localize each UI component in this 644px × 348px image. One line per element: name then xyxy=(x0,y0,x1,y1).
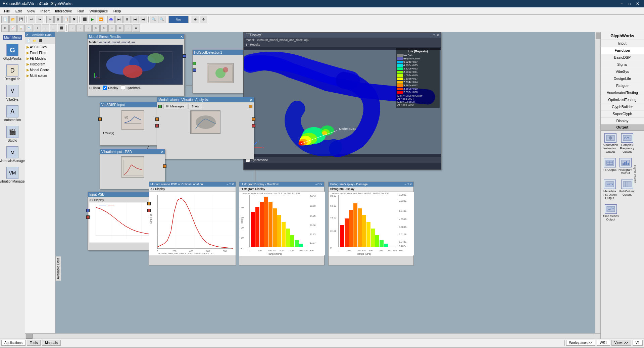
automation-output-item[interactable]: AutomationInstructionOutput xyxy=(602,132,619,155)
manuals-tab[interactable]: Manuals xyxy=(42,340,61,346)
data-folder-modal[interactable]: ▶ Modal Coore xyxy=(25,67,55,73)
palette-tab-input[interactable]: Input xyxy=(601,40,644,47)
hotspot-node[interactable]: HotSpotDetection1 ✕ xyxy=(192,50,248,93)
fe-controls[interactable]: − □ ✕ xyxy=(430,33,439,37)
tb2-5[interactable]: ↕ xyxy=(34,24,41,32)
undo-btn[interactable]: ↩ xyxy=(28,16,35,23)
h-scrollbar[interactable] xyxy=(25,333,600,339)
modal-stress-close[interactable]: ✕ xyxy=(180,35,183,39)
fe-max-btn[interactable]: □ xyxy=(433,33,435,37)
tb2-9[interactable]: → xyxy=(68,24,76,32)
available-data-tab[interactable]: Available Data xyxy=(55,256,61,281)
palette-tab-superglyph[interactable]: SuperGlyph xyxy=(601,110,644,117)
zoom-btn[interactable]: 🔍 xyxy=(150,16,157,23)
vibration-input-close[interactable]: ✕ xyxy=(161,150,163,154)
fe-display-node[interactable]: FEDisplay1 − □ ✕ Model: exhaust_model_mo… xyxy=(243,32,441,170)
v1-tab[interactable]: V1 xyxy=(633,340,643,346)
data-folder-fe[interactable]: ▶ FE Models xyxy=(25,56,55,61)
h-scroll-thumb[interactable] xyxy=(26,334,33,339)
views-btn[interactable]: Views >> xyxy=(611,340,631,346)
tb2-4[interactable]: 📉 xyxy=(26,24,33,32)
sidebar-designlife[interactable]: D DesignLife xyxy=(2,63,23,82)
tb2-13[interactable]: ⬡ xyxy=(100,24,108,32)
histogram-output-item[interactable]: HistogramOutput xyxy=(618,157,633,176)
tb2-7[interactable]: ⬜ xyxy=(50,24,57,32)
close-btn[interactable]: ✕ xyxy=(634,1,641,7)
display-checkbox[interactable] xyxy=(103,86,107,90)
modal-lalanne-close[interactable]: ✕ xyxy=(250,98,252,102)
hr-close[interactable]: ✕ xyxy=(320,183,323,186)
pause-btn[interactable]: ⏸ xyxy=(123,16,131,23)
new-btn[interactable]: 📄 xyxy=(1,16,9,23)
next-btn[interactable]: ⏭ xyxy=(132,16,139,23)
window-controls[interactable]: − □ ✕ xyxy=(618,1,641,7)
mlpsd-min[interactable]: − xyxy=(227,183,228,186)
tb2-10[interactable]: → xyxy=(76,24,84,32)
v-scroll-thumb[interactable] xyxy=(596,33,600,39)
metadata-output-item[interactable]: META MetadataInstructionOutput xyxy=(602,178,617,201)
ws1-tab[interactable]: WS1 xyxy=(597,340,610,346)
tb2-15[interactable]: ⬅ xyxy=(116,24,124,32)
hr-min[interactable]: − xyxy=(315,183,317,186)
complex-freq-output-item[interactable]: ComplexFrequencyOutput xyxy=(620,132,635,155)
paste-btn[interactable]: 📋 xyxy=(62,16,70,23)
sidebar-main-menu[interactable]: Main Menu xyxy=(2,34,23,41)
hd-max[interactable]: □ xyxy=(407,183,409,186)
ml-show-btn[interactable]: Show xyxy=(189,104,202,109)
data-panel-close[interactable]: ✕ xyxy=(26,33,29,37)
tb2-14[interactable]: ↔ xyxy=(108,24,116,32)
data-folder-excel[interactable]: ▶ Excel Files xyxy=(25,50,55,56)
fe-min-btn[interactable]: − xyxy=(430,33,432,37)
hr-max[interactable]: □ xyxy=(318,183,319,186)
modal-lalanne-node[interactable]: Modal Lalanne Vibration Analysis ✕ 84 Me… xyxy=(157,97,254,159)
applications-tab[interactable]: Applications xyxy=(1,340,26,346)
multicolumn-output-item[interactable]: MultiColumnOutput xyxy=(618,178,636,201)
save-btn[interactable]: 💾 xyxy=(17,16,25,23)
palette-tab-fatigue[interactable]: Fatigue xyxy=(601,82,644,89)
fe-close-btn[interactable]: ✕ xyxy=(436,33,439,37)
dp-btn3[interactable]: ⬛ xyxy=(38,38,43,43)
menu-edit[interactable]: Edit xyxy=(13,8,24,14)
sidebar-studio[interactable]: 🎬 Studio xyxy=(2,125,23,144)
delete-btn[interactable]: ✖ xyxy=(70,16,78,23)
menu-help[interactable]: Help xyxy=(111,8,124,14)
tb2-6[interactable]: ↔ xyxy=(42,24,49,32)
copy-btn[interactable]: ⎘ xyxy=(54,16,62,23)
sidebar-materialsmanager[interactable]: M MaterialsManager xyxy=(2,145,23,164)
data-folder-ascii[interactable]: ▶ ASCII Files xyxy=(25,44,55,50)
hr-controls[interactable]: − □ ✕ xyxy=(315,183,323,186)
histogram-rainflow-node[interactable]: HistogramDisplay - Rainflow − □ ✕ Histog… xyxy=(239,182,325,265)
menu-file[interactable]: File xyxy=(1,8,13,14)
histogram-damage-node[interactable]: HistogramDisplay - Damage − □ ✕ Histogra… xyxy=(328,182,414,265)
tb2-12[interactable]: ⬡ xyxy=(92,24,100,32)
modal-stress-node[interactable]: Modal Stress Results ✕ Model: exhaust_mo… xyxy=(87,34,185,96)
mlpsd-controls[interactable]: − □ ✕ xyxy=(227,183,234,186)
palette-tab-optim[interactable]: OptimizedTesting xyxy=(601,96,644,103)
main-menu-btn[interactable]: Main Menu xyxy=(3,35,22,40)
nav-box[interactable]: Nav xyxy=(168,16,189,23)
palette-tab-vibesys[interactable]: VibeSys xyxy=(601,68,644,75)
play-btn[interactable]: ▶ xyxy=(89,16,96,23)
palette-tab-display[interactable]: Display xyxy=(601,117,644,125)
tb2-8[interactable]: ⬛ xyxy=(58,24,65,32)
open-btn[interactable]: 📂 xyxy=(9,16,17,23)
palette-tab-designlife[interactable]: DesignLife xyxy=(601,75,644,82)
timeseries-output-item[interactable]: Time SeriesOutput xyxy=(602,203,620,222)
tb2-1[interactable]: ⊞ xyxy=(1,24,9,32)
mlpsd-close[interactable]: ✕ xyxy=(232,183,234,186)
ml-messages-btn[interactable]: 84 Messages xyxy=(163,104,187,109)
menu-workspace[interactable]: Workspace xyxy=(87,8,111,14)
pan-btn[interactable]: ✛ xyxy=(200,16,207,23)
palette-tab-glyphbuilder[interactable]: GlyphBuilder xyxy=(601,103,644,110)
vb-sdisp-node[interactable]: Vb SDISP Input ✕ t(f) xyxy=(100,102,165,146)
maximize-btn[interactable]: □ xyxy=(626,1,633,7)
prev-btn[interactable]: ⏮ xyxy=(115,16,123,23)
stop-btn[interactable]: ⬛ xyxy=(81,16,88,23)
mlpsd-max[interactable]: □ xyxy=(229,183,231,186)
sidebar-glyphworks[interactable]: G GlyphWorks xyxy=(2,43,23,62)
end-btn[interactable]: ⏭ xyxy=(140,16,147,23)
redo-btn[interactable]: ↪ xyxy=(36,16,43,23)
menu-view[interactable]: View xyxy=(24,8,38,14)
synchronise-checkbox[interactable] xyxy=(121,86,125,90)
data-folder-multi[interactable]: ▶ Multi-colum xyxy=(25,73,55,79)
